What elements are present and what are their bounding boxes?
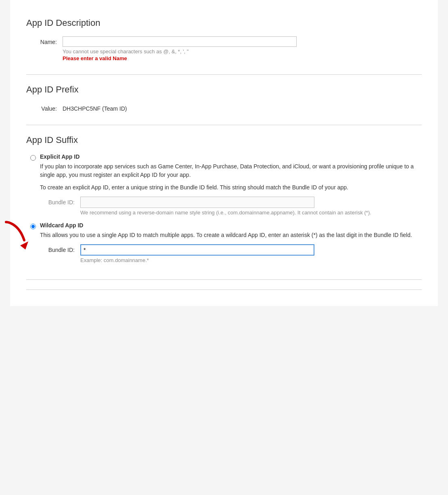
explicit-bundle-input-group: We recommend using a reverse-domain name… (80, 197, 422, 216)
radio-options-container: Explicit App ID If you plan to incorpora… (26, 153, 422, 263)
arrow-svg (0, 218, 34, 254)
app-id-description-section: App ID Description Name: You cannot use … (26, 8, 422, 75)
explicit-bundle-label: Bundle ID: (40, 197, 80, 206)
arrow-annotation (0, 218, 34, 256)
explicit-bundle-input[interactable] (80, 197, 314, 208)
name-hint: You cannot use special characters such a… (63, 48, 422, 55)
explicit-radio-desc2: To create an explicit App ID, enter a un… (40, 183, 422, 192)
wildcard-radio-content: Wildcard App ID This allows you to use a… (40, 222, 422, 263)
prefix-value-label: Value: (26, 103, 63, 112)
app-id-suffix-title: App ID Suffix (26, 135, 422, 145)
wildcard-bundle-input[interactable] (80, 244, 314, 256)
app-id-prefix-section: App ID Prefix Value: DH3CHPC5NF (Team ID… (26, 75, 422, 125)
explicit-radio-desc1: If you plan to incorporate app services … (40, 162, 422, 179)
app-id-description-title: App ID Description (26, 18, 422, 28)
app-id-suffix-section: App ID Suffix Explicit App ID If you pla… (26, 125, 422, 280)
name-label: Name: (26, 36, 63, 45)
wildcard-app-id-option: Wildcard App ID This allows you to use a… (30, 222, 422, 263)
wildcard-radio-title: Wildcard App ID (40, 222, 422, 229)
name-error: Please enter a valid Name (63, 55, 422, 61)
name-field-row: Name: You cannot use special characters … (26, 36, 422, 61)
explicit-bundle-hint: We recommend using a reverse-domain name… (80, 210, 422, 216)
explicit-radio-button[interactable] (30, 155, 36, 161)
main-container: App ID Description Name: You cannot use … (10, 0, 438, 306)
bottom-divider (26, 289, 422, 290)
explicit-radio-title: Explicit App ID (40, 153, 422, 160)
explicit-app-id-option: Explicit App ID If you plan to incorpora… (30, 153, 422, 216)
prefix-value-text: DH3CHPC5NF (Team ID) (63, 103, 127, 112)
svg-marker-0 (20, 241, 28, 250)
name-input[interactable] (63, 36, 297, 47)
explicit-radio-content: Explicit App ID If you plan to incorpora… (40, 153, 422, 216)
explicit-bundle-id-row: Bundle ID: We recommend using a reverse-… (40, 197, 422, 216)
wildcard-bundle-label: Bundle ID: (40, 244, 80, 253)
wildcard-bundle-input-group: Example: com.domainname.* (80, 244, 422, 263)
wildcard-radio-desc: This allows you to use a single App ID t… (40, 231, 422, 239)
prefix-value-row: Value: DH3CHPC5NF (Team ID) (26, 103, 422, 112)
name-field-group: You cannot use special characters such a… (63, 36, 422, 61)
wildcard-bundle-id-row: Bundle ID: Example: com.domainname.* (40, 244, 422, 263)
app-id-prefix-title: App ID Prefix (26, 84, 422, 95)
wildcard-bundle-hint: Example: com.domainname.* (80, 257, 422, 263)
